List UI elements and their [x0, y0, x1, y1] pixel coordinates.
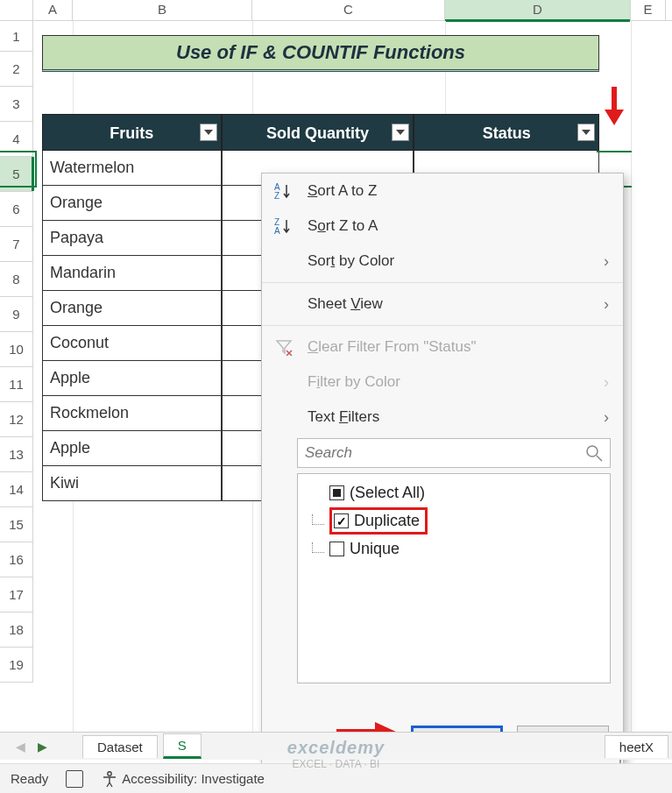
cell-fruit[interactable]: Orange: [42, 186, 222, 221]
checkbox-checked-icon[interactable]: [334, 513, 349, 528]
menu-sort-by-color[interactable]: Sort by Color ›: [262, 244, 623, 279]
svg-line-7: [597, 456, 602, 461]
search-icon: [585, 444, 603, 462]
filter-option-unique[interactable]: Unique: [305, 537, 603, 561]
col-header-C[interactable]: C: [252, 0, 445, 20]
chevron-right-icon: ›: [604, 408, 609, 427]
filter-button-sold[interactable]: [392, 124, 409, 141]
accessibility-status[interactable]: Accessibility: Investigate: [101, 770, 265, 788]
menu-sort-z-a-label: Sort Z to A: [308, 217, 609, 235]
row-header-7[interactable]: 7: [0, 227, 33, 262]
row-header-14[interactable]: 14: [0, 472, 33, 507]
checkbox-unchecked-icon[interactable]: [329, 542, 344, 556]
filter-button-fruits[interactable]: [200, 124, 217, 141]
svg-text:Z: Z: [274, 191, 279, 201]
col-header-D[interactable]: D: [445, 0, 631, 20]
filter-option-select-all[interactable]: (Select All): [305, 481, 603, 505]
cell-fruit[interactable]: Mandarin: [42, 256, 222, 291]
menu-sort-a-z-label: Sort A to Z: [308, 182, 609, 200]
tab-nav-next[interactable]: ▶: [34, 740, 51, 754]
sort-desc-icon: ZA: [272, 216, 295, 236]
chevron-right-icon: ›: [604, 252, 609, 271]
sheet-tabs-bar: ◀ ▶ Dataset S heetX: [0, 732, 672, 760]
cell-fruit[interactable]: Rockmelon: [42, 396, 222, 431]
row-headers: 1 2 3 4 5 6 7 8 9 10 11 12 13 14 15 16 1…: [0, 21, 33, 736]
svg-text:A: A: [274, 226, 280, 236]
th-fruits-label: Fruits: [110, 124, 153, 142]
row-header-11[interactable]: 11: [0, 367, 33, 402]
row-header-17[interactable]: 17: [0, 577, 33, 612]
chevron-down-icon: [204, 130, 213, 135]
menu-sheet-view-label: Sheet View: [308, 295, 591, 313]
sort-asc-icon: AZ: [272, 181, 295, 201]
cell-fruit[interactable]: Apple: [42, 361, 222, 396]
menu-sort-a-z[interactable]: AZ Sort A to Z: [262, 173, 623, 209]
menu-separator: [262, 282, 623, 283]
menu-text-filters-label: Text Filters: [308, 408, 591, 426]
cell-fruit[interactable]: Apple: [42, 431, 222, 466]
row-header-12[interactable]: 12: [0, 402, 33, 437]
sheet-tab-dataset[interactable]: Dataset: [82, 735, 158, 758]
row-header-15[interactable]: 15: [0, 507, 33, 542]
menu-separator: [262, 325, 623, 326]
col-header-B[interactable]: B: [73, 0, 252, 20]
row-header-3[interactable]: 3: [0, 87, 33, 122]
col-header-A[interactable]: A: [33, 0, 73, 20]
row-header-16[interactable]: 16: [0, 542, 33, 577]
cell-fruit[interactable]: Kiwi: [42, 466, 222, 501]
cell-fruit[interactable]: Watermelon: [42, 151, 222, 186]
filter-search-row: [297, 438, 611, 468]
menu-filter-by-color-label: Filter by Color: [308, 373, 591, 391]
filter-option-duplicate-label: Duplicate: [354, 512, 420, 530]
checkbox-indeterminate-icon[interactable]: [329, 485, 344, 500]
row-header-8[interactable]: 8: [0, 262, 33, 297]
row-header-4[interactable]: 4: [0, 122, 33, 157]
column-headers-row: A B C D E: [0, 0, 672, 21]
accessibility-icon: [101, 770, 118, 788]
menu-text-filters[interactable]: Text Filters ›: [262, 400, 623, 435]
accessibility-label: Accessibility: Investigate: [122, 771, 265, 786]
tab-nav-prev[interactable]: ◀: [12, 740, 29, 754]
table-header-row: Fruits Sold Quantity Status: [42, 114, 599, 151]
clear-filter-icon: [272, 338, 295, 356]
row-header-13[interactable]: 13: [0, 437, 33, 472]
select-all-corner[interactable]: [0, 0, 33, 20]
row-header-19[interactable]: 19: [0, 648, 33, 683]
menu-sort-z-a[interactable]: ZA Sort Z to A: [262, 209, 623, 244]
menu-clear-filter: Clear Filter From "Status": [262, 329, 623, 365]
status-bar: Ready Accessibility: Investigate: [0, 763, 672, 793]
cell-fruit[interactable]: Papaya: [42, 221, 222, 256]
th-status-label: Status: [483, 124, 531, 142]
row-header-2[interactable]: 2: [0, 52, 33, 87]
chevron-right-icon: ›: [604, 373, 609, 392]
cell-fruit[interactable]: Orange: [42, 291, 222, 326]
filter-option-duplicate[interactable]: Duplicate: [305, 505, 603, 537]
col-header-E[interactable]: E: [631, 0, 666, 20]
filter-option-select-all-label: (Select All): [350, 484, 425, 502]
filter-search-input[interactable]: [305, 444, 585, 462]
chevron-right-icon: ›: [604, 295, 609, 314]
page-title: Use of IF & COUNTIF Functions: [42, 35, 599, 72]
menu-sort-by-color-label: Sort by Color: [308, 252, 591, 270]
th-sold-quantity: Sold Quantity: [222, 114, 414, 151]
chevron-down-icon: [396, 130, 405, 135]
svg-point-6: [587, 446, 598, 457]
row-header-5[interactable]: 5: [0, 157, 33, 192]
row-header-18[interactable]: 18: [0, 612, 33, 648]
th-fruits: Fruits: [42, 114, 222, 151]
status-ready: Ready: [11, 771, 48, 786]
cell-fruit[interactable]: Coconut: [42, 326, 222, 361]
row-header-1[interactable]: 1: [0, 21, 33, 52]
row-header-6[interactable]: 6: [0, 192, 33, 227]
menu-sheet-view[interactable]: Sheet View ›: [262, 287, 623, 322]
filter-button-status[interactable]: [577, 124, 595, 141]
th-status: Status: [414, 114, 599, 151]
filter-values-list[interactable]: (Select All) Duplicate Unique: [297, 473, 611, 683]
row-header-10[interactable]: 10: [0, 332, 33, 367]
menu-filter-by-color: Filter by Color ›: [262, 365, 623, 400]
sheet-tab-partial[interactable]: heetX: [605, 735, 668, 758]
row-header-9[interactable]: 9: [0, 297, 33, 332]
macro-record-icon[interactable]: [66, 770, 83, 788]
sheet-tab-active[interactable]: S: [163, 733, 202, 759]
chevron-down-icon: [582, 130, 591, 135]
